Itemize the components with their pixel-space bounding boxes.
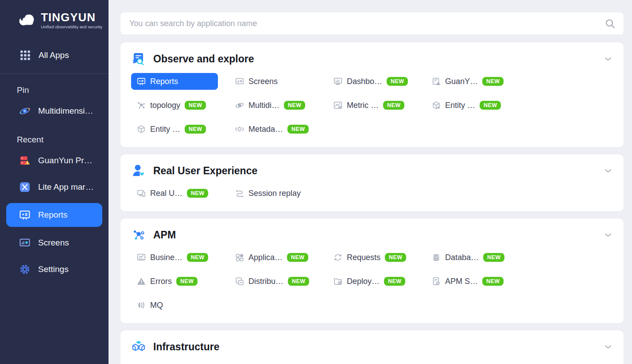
item-applications[interactable]: Applica… NEW <box>229 249 314 266</box>
menu-cell: topology NEW <box>131 97 229 114</box>
item-label: Metada… <box>248 125 283 134</box>
database-icon <box>431 253 441 262</box>
new-badge: NEW <box>482 77 504 86</box>
section-items: Hosts BETA Kubern… BETA <box>131 361 613 364</box>
reports-icon <box>136 77 146 86</box>
distributed-tracing-icon <box>235 276 244 286</box>
item-reports[interactable]: Reports <box>131 73 218 90</box>
item-label: Entity … <box>150 125 180 134</box>
item-label: Metric … <box>347 101 379 110</box>
item-real-user[interactable]: Real U… NEW <box>131 185 213 202</box>
item-label: topology <box>150 101 180 110</box>
new-badge: NEW <box>480 101 501 110</box>
new-badge: NEW <box>385 253 406 262</box>
search-icon[interactable] <box>604 18 616 29</box>
apm-settings-icon <box>431 276 441 286</box>
search-input[interactable] <box>129 19 604 28</box>
sidebar-item-label: Screens <box>38 238 69 248</box>
item-kubernetes[interactable]: Kubern… BETA <box>229 361 315 364</box>
item-entity-1[interactable]: Entity … NEW <box>426 97 506 114</box>
item-requests[interactable]: Requests NEW <box>328 249 411 266</box>
screens-board-icon <box>19 237 31 249</box>
section-items: Reports Screens Dashbo… NEW <box>131 73 613 138</box>
item-topology[interactable]: topology NEW <box>131 97 211 114</box>
observe-explore-icon <box>131 51 146 66</box>
section-card-apm: APM Busine… NEW Applica… NEW <box>120 218 624 323</box>
dashboards-icon <box>333 77 343 86</box>
sidebar-item-all-apps[interactable]: All Apps <box>19 50 109 61</box>
screens-icon <box>235 77 244 86</box>
item-mq[interactable]: MQ <box>131 297 168 314</box>
search-bar <box>120 12 624 34</box>
menu-cell: Reports <box>131 73 229 90</box>
new-badge: NEW <box>176 277 198 286</box>
item-database[interactable]: Databa… NEW <box>426 249 510 266</box>
sidebar-item-multidimensional[interactable]: Multidimensi… <box>6 100 102 122</box>
cloud-logo-icon <box>16 12 37 29</box>
item-session-replay[interactable]: Session replay <box>229 185 306 202</box>
section-header: Observe and explore <box>131 51 613 66</box>
new-badge: NEW <box>483 253 504 262</box>
item-dashboards[interactable]: Dashbo… NEW <box>328 73 413 90</box>
new-badge: NEW <box>185 101 206 110</box>
app-root: TINGYUN Unified observability and securi… <box>0 0 632 364</box>
item-label: Reports <box>150 77 178 86</box>
applications-icon <box>235 253 244 262</box>
section-title: APM <box>153 229 176 241</box>
menu-cell: Multidi… NEW <box>229 97 328 114</box>
sidebar-item-reports[interactable]: Reports <box>6 203 102 227</box>
deployment-icon <box>333 276 343 286</box>
chevron-down-icon[interactable] <box>603 342 613 352</box>
sidebar-group-pin: Pin <box>17 85 109 95</box>
sidebar: TINGYUN Unified observability and securi… <box>0 0 109 364</box>
menu-cell: Busine… NEW <box>131 249 229 266</box>
item-distributed-tracing[interactable]: Distribu… NEW <box>229 273 314 290</box>
section-title: Real User Experience <box>153 165 257 177</box>
requests-icon <box>333 253 343 262</box>
item-label: Applica… <box>248 253 283 262</box>
sidebar-item-guanyun-products[interactable]: GuanYun Pr… <box>6 150 102 171</box>
item-label: Entity … <box>445 101 475 110</box>
menu-cell: Entity … NEW <box>131 121 229 138</box>
item-entity-2[interactable]: Entity … NEW <box>131 121 211 138</box>
menu-cell: Metada… NEW <box>229 121 328 138</box>
multidimensional-icon <box>235 100 244 110</box>
new-badge: NEW <box>384 277 405 286</box>
menu-cell: Hosts BETA <box>131 361 229 364</box>
server-alert-icon <box>19 154 31 167</box>
monitor-alert-icon <box>431 77 441 86</box>
item-metadata[interactable]: Metada… NEW <box>229 121 314 138</box>
item-label: Databa… <box>445 253 479 262</box>
menu-cell: GuanY… NEW <box>426 73 524 90</box>
sidebar-item-screens[interactable]: Screens <box>6 232 102 253</box>
item-screens[interactable]: Screens <box>229 73 283 90</box>
brand-logo: TINGYUN Unified observability and securi… <box>16 11 102 29</box>
chevron-down-icon[interactable] <box>603 230 613 240</box>
item-label: APM S… <box>445 277 478 286</box>
all-apps-label: All Apps <box>39 50 69 60</box>
menu-cell: APM S… NEW <box>426 273 524 290</box>
item-hosts[interactable]: Hosts BETA <box>131 361 204 364</box>
chevron-down-icon[interactable] <box>603 166 613 176</box>
chevron-down-icon[interactable] <box>603 54 613 64</box>
section-header: Real User Experience <box>131 163 613 178</box>
sidebar-item-label: Reports <box>38 210 68 220</box>
item-metric-query[interactable]: Metric … NEW <box>328 97 410 114</box>
item-multidimensional[interactable]: Multidi… NEW <box>229 97 310 114</box>
metadata-icon <box>235 124 244 134</box>
menu-cell: Session replay <box>229 185 328 202</box>
item-apm-settings[interactable]: APM S… NEW <box>426 273 509 290</box>
session-replay-icon <box>235 188 244 198</box>
section-items: Busine… NEW Applica… NEW Requests <box>131 249 613 314</box>
item-guanyun[interactable]: GuanY… NEW <box>426 73 509 90</box>
item-business-analysis[interactable]: Busine… NEW <box>131 249 213 266</box>
item-errors[interactable]: Errors NEW <box>131 273 203 290</box>
all-apps-grid-icon <box>19 50 31 61</box>
item-deployment[interactable]: Deploy… NEW <box>328 273 411 290</box>
entity-cube-icon <box>431 100 441 110</box>
new-badge: NEW <box>383 101 404 110</box>
item-label: Busine… <box>150 253 182 262</box>
sidebar-item-lite-app-market[interactable]: Lite App mar… <box>6 176 102 198</box>
item-label: Distribu… <box>248 277 283 286</box>
sidebar-item-settings[interactable]: Settings <box>6 259 102 280</box>
